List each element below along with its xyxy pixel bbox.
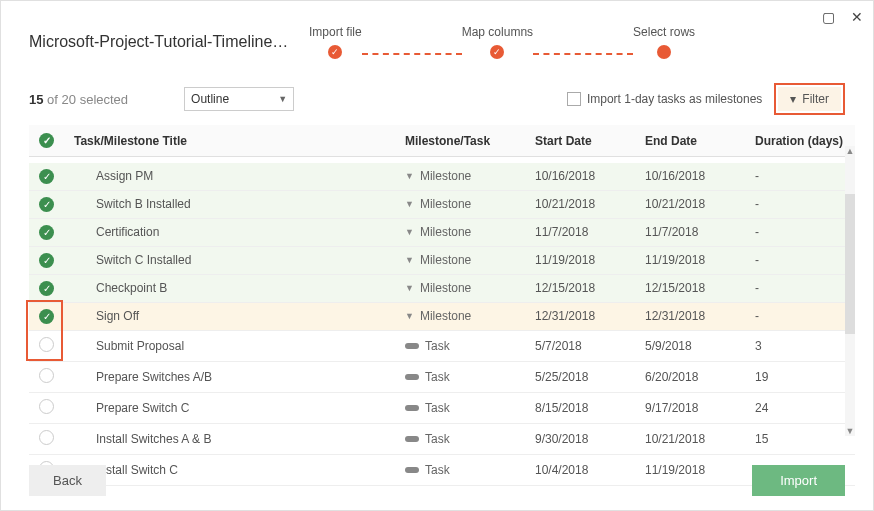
- column-end[interactable]: End Date: [635, 125, 745, 157]
- milestone-icon: Milestone: [405, 253, 515, 267]
- current-step-icon: [657, 45, 671, 59]
- unchecked-icon: [39, 430, 54, 445]
- task-icon: Task: [405, 401, 515, 415]
- row-checkbox-cell[interactable]: ✓: [29, 190, 64, 218]
- chevron-down-icon: ▼: [278, 94, 287, 104]
- check-icon: ✓: [490, 45, 504, 59]
- milestone-icon: Milestone: [405, 281, 515, 295]
- unchecked-icon: [39, 399, 54, 414]
- row-checkbox-cell[interactable]: [29, 392, 64, 423]
- filter-button[interactable]: ▾ Filter: [778, 87, 841, 111]
- row-end-date: 5/9/2018: [635, 330, 745, 361]
- column-type[interactable]: Milestone/Task: [395, 125, 525, 157]
- selection-count: 15 of 20 selected: [29, 92, 128, 107]
- row-duration: -: [745, 274, 855, 302]
- row-checkbox-cell[interactable]: ✓: [29, 246, 64, 274]
- check-icon: ✓: [39, 281, 54, 296]
- table-row[interactable]: ✓Checkpoint BMilestone12/15/201812/15/20…: [29, 274, 855, 302]
- column-start[interactable]: Start Date: [525, 125, 635, 157]
- row-end-date: 10/16/2018: [635, 163, 745, 191]
- row-checkbox-cell[interactable]: [29, 361, 64, 392]
- milestone-checkbox-label: Import 1-day tasks as milestones: [587, 92, 762, 106]
- wizard-step-label: Import file: [309, 25, 362, 39]
- row-type: Task: [395, 392, 525, 423]
- check-icon: ✓: [39, 253, 54, 268]
- scrollbar-thumb[interactable]: [845, 194, 855, 334]
- row-type: Milestone: [395, 190, 525, 218]
- vertical-scrollbar[interactable]: ▲ ▼: [845, 146, 855, 436]
- tasks-table: ✓ Task/Milestone Title Milestone/Task St…: [29, 125, 855, 486]
- row-type: Milestone: [395, 274, 525, 302]
- row-title: Sign Off: [64, 302, 395, 330]
- column-duration[interactable]: Duration (days): [745, 125, 855, 157]
- row-type: Task: [395, 361, 525, 392]
- row-end-date: 11/7/2018: [635, 218, 745, 246]
- row-title: Switch B Installed: [64, 190, 395, 218]
- row-checkbox-cell[interactable]: [29, 330, 64, 361]
- row-end-date: 10/21/2018: [635, 190, 745, 218]
- row-duration: -: [745, 190, 855, 218]
- view-mode-select[interactable]: Outline ▼: [184, 87, 294, 111]
- checkbox-icon: [567, 92, 581, 106]
- row-start-date: 10/21/2018: [525, 190, 635, 218]
- row-checkbox-cell[interactable]: ✓: [29, 218, 64, 246]
- check-icon: ✓: [328, 45, 342, 59]
- milestone-checkbox[interactable]: Import 1-day tasks as milestones: [567, 92, 762, 106]
- row-start-date: 5/7/2018: [525, 330, 635, 361]
- table-row[interactable]: ✓Assign PMMilestone10/16/201810/16/2018-: [29, 163, 855, 191]
- check-icon: ✓: [39, 197, 54, 212]
- row-start-date: 12/31/2018: [525, 302, 635, 330]
- row-title: Checkpoint B: [64, 274, 395, 302]
- table-row[interactable]: Install Switches A & BTask9/30/201810/21…: [29, 423, 855, 454]
- row-type: Milestone: [395, 218, 525, 246]
- back-button[interactable]: Back: [29, 465, 106, 496]
- wizard-steps: Import file ✓ Map columns ✓ Select rows: [309, 25, 695, 59]
- wizard-step-label: Select rows: [633, 25, 695, 39]
- column-title[interactable]: Task/Milestone Title: [64, 125, 395, 157]
- row-end-date: 10/21/2018: [635, 423, 745, 454]
- task-icon: Task: [405, 339, 515, 353]
- row-start-date: 11/7/2018: [525, 218, 635, 246]
- row-type: Milestone: [395, 246, 525, 274]
- scroll-down-icon: ▼: [845, 426, 855, 436]
- task-icon: Task: [405, 370, 515, 384]
- check-icon: ✓: [39, 309, 54, 324]
- row-type: Task: [395, 330, 525, 361]
- row-checkbox-cell[interactable]: ✓: [29, 163, 64, 191]
- row-end-date: 11/19/2018: [635, 246, 745, 274]
- milestone-icon: Milestone: [405, 225, 515, 239]
- row-end-date: 12/31/2018: [635, 302, 745, 330]
- window-title: Microsoft-Project-Tutorial-Timeline-Te..…: [29, 33, 289, 51]
- maximize-icon[interactable]: ▢: [822, 9, 835, 25]
- filter-label: Filter: [802, 92, 829, 106]
- row-duration: 15: [745, 423, 855, 454]
- row-checkbox-cell[interactable]: ✓: [29, 302, 64, 330]
- import-button[interactable]: Import: [752, 465, 845, 496]
- table-row[interactable]: Submit ProposalTask5/7/20185/9/20183: [29, 330, 855, 361]
- filter-highlight: ▾ Filter: [774, 83, 845, 115]
- close-icon[interactable]: ✕: [851, 9, 863, 25]
- table-row[interactable]: ✓CertificationMilestone11/7/201811/7/201…: [29, 218, 855, 246]
- task-icon: Task: [405, 432, 515, 446]
- wizard-step-label: Map columns: [462, 25, 533, 39]
- row-duration: 24: [745, 392, 855, 423]
- unchecked-icon: [39, 337, 54, 352]
- scroll-up-icon: ▲: [845, 146, 855, 156]
- row-start-date: 9/30/2018: [525, 423, 635, 454]
- row-type: Milestone: [395, 163, 525, 191]
- table-row[interactable]: ✓Sign OffMilestone12/31/201812/31/2018-: [29, 302, 855, 330]
- table-row[interactable]: ✓Switch B InstalledMilestone10/21/201810…: [29, 190, 855, 218]
- row-start-date: 10/16/2018: [525, 163, 635, 191]
- table-row[interactable]: Prepare Switch CTask8/15/20189/17/201824: [29, 392, 855, 423]
- check-icon: ✓: [39, 169, 54, 184]
- row-duration: 19: [745, 361, 855, 392]
- row-checkbox-cell[interactable]: [29, 423, 64, 454]
- row-title: Certification: [64, 218, 395, 246]
- row-checkbox-cell[interactable]: ✓: [29, 274, 64, 302]
- row-start-date: 8/15/2018: [525, 392, 635, 423]
- table-row[interactable]: ✓Switch C InstalledMilestone11/19/201811…: [29, 246, 855, 274]
- table-row[interactable]: Prepare Switches A/BTask5/25/20186/20/20…: [29, 361, 855, 392]
- select-all-header[interactable]: ✓: [29, 125, 64, 157]
- milestone-icon: Milestone: [405, 197, 515, 211]
- wizard-connector: [533, 53, 633, 55]
